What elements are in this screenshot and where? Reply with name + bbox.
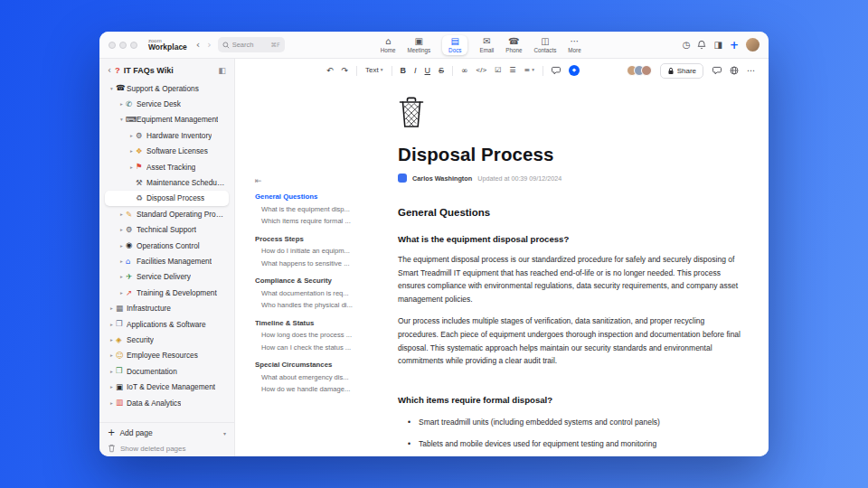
outline-entry[interactable]: Special Circumstances	[255, 359, 363, 371]
outline-entry[interactable]: How can I check the status ...	[255, 342, 363, 354]
redo-button[interactable]: ↷	[339, 65, 352, 77]
question-heading-1[interactable]: What is the equipment disposal process?	[398, 234, 745, 244]
bullet-item[interactable]: • Smart treadmill units (including embed…	[398, 417, 745, 428]
tree-chevron-icon[interactable]: ▸	[118, 243, 126, 249]
user-avatar[interactable]	[746, 38, 760, 52]
nav-tab[interactable]: ▤ Docs	[442, 35, 467, 55]
underline-button[interactable]: U	[422, 65, 434, 77]
minimize-window-button[interactable]	[119, 42, 127, 49]
nav-tab[interactable]: ✉ Email	[479, 37, 494, 53]
comments-panel-icon[interactable]	[710, 64, 724, 77]
tree-chevron-icon[interactable]: ▸	[108, 369, 116, 374]
add-page-button[interactable]: + Add page ▾	[108, 428, 226, 437]
tree-item[interactable]: ▸ ❒ Documentation	[105, 363, 229, 379]
tree-item[interactable]: ▸ ✆ Service Desk	[105, 96, 229, 111]
tree-chevron-icon[interactable]: ▸	[118, 290, 126, 296]
sidebar-collapse-icon[interactable]: ◧	[218, 66, 226, 75]
outline-entry[interactable]: General Questions	[255, 191, 363, 203]
outline-entry[interactable]: Process Steps	[255, 233, 363, 246]
outline-entry[interactable]: How long does the process ...	[255, 329, 363, 342]
add-page-options-icon[interactable]: ▾	[223, 430, 226, 436]
tree-chevron-icon[interactable]: ▸	[108, 400, 116, 406]
publish-web-icon[interactable]	[727, 64, 741, 77]
link-icon[interactable]: ∞	[458, 65, 471, 77]
search-input[interactable]: Search ⌘F	[218, 37, 285, 52]
tree-chevron-icon[interactable]: ▸	[127, 133, 136, 138]
tree-item[interactable]: ▸ ▥ Data & Analytics	[105, 395, 229, 410]
tree-item[interactable]: ⚒ Maintenance Schedules	[105, 174, 229, 190]
tree-chevron-icon[interactable]: ▾	[118, 117, 126, 122]
document-body[interactable]: Disposal Process Carlos Washington Updat…	[398, 82, 745, 456]
tree-item[interactable]: ▾ ☎ Support & Operations	[105, 80, 229, 96]
ai-companion-plus-icon[interactable]: +	[730, 40, 739, 51]
outline-entry[interactable]: Who handles the physical di...	[255, 299, 363, 312]
tree-item[interactable]: ▾ ⌨ Equipment Management	[105, 112, 229, 127]
strikethrough-button[interactable]: S	[436, 65, 447, 77]
tree-chevron-icon[interactable]: ▸	[127, 148, 136, 154]
tree-chevron-icon[interactable]: ▸	[127, 164, 136, 170]
outline-entry[interactable]: What about emergency dis...	[255, 371, 363, 384]
paragraph-1[interactable]: The equipment disposal process is our st…	[398, 253, 745, 305]
tree-chevron-icon[interactable]: ▸	[118, 101, 126, 107]
share-button[interactable]: Share	[660, 63, 703, 79]
fullscreen-window-button[interactable]	[130, 42, 137, 49]
tree-item[interactable]: ▸ ☺ Employee Resources	[105, 348, 229, 363]
tree-item[interactable]: ▸ ⚑ Asset Tracking	[105, 159, 229, 174]
tree-item[interactable]: ▸ ❐ Applications & Software	[105, 316, 229, 332]
nav-back-button[interactable]: ‹	[195, 40, 201, 50]
close-window-button[interactable]	[108, 42, 116, 49]
tree-chevron-icon[interactable]: ▸	[118, 258, 126, 264]
bullet-list-icon[interactable]: ☰	[506, 65, 518, 76]
tree-item[interactable]: ▸ ▣ IoT & Device Management	[105, 379, 229, 394]
code-icon[interactable]: </>	[474, 65, 490, 76]
show-deleted-pages-button[interactable]: Show deleted pages	[108, 444, 226, 453]
more-options-icon[interactable]: ⋯	[744, 65, 758, 77]
bullet-list[interactable]: • Smart treadmill units (including embed…	[398, 417, 745, 456]
tree-chevron-icon[interactable]: ▸	[108, 322, 116, 327]
tree-item[interactable]: ▸ ⚙ Hardware Inventory	[105, 127, 229, 143]
tree-item[interactable]: ▸ ✈ Service Delivery	[105, 269, 229, 285]
page-title[interactable]: Disposal Process	[398, 144, 745, 165]
outline-entry[interactable]: What documentation is req...	[255, 287, 363, 300]
tree-chevron-icon[interactable]: ▾	[108, 86, 116, 91]
outline-entry[interactable]: What is the equipment disp...	[255, 203, 363, 216]
document-scroll-area[interactable]: ⇤ General Questions What is the equipmen…	[235, 82, 769, 456]
question-heading-2[interactable]: Which items require formal disposal?	[398, 395, 745, 405]
comment-icon[interactable]	[549, 64, 563, 77]
checklist-icon[interactable]: ☑	[492, 65, 504, 76]
outline-entry[interactable]: How do I initiate an equipm...	[255, 245, 363, 258]
tree-item[interactable]: ▸ ❖ Software Licenses	[105, 144, 229, 159]
wiki-back-icon[interactable]: ‹	[108, 66, 111, 75]
text-style-dropdown[interactable]: Text ▾	[363, 65, 385, 76]
tree-chevron-icon[interactable]: ▸	[108, 305, 116, 311]
tree-item[interactable]: ▸ ◈ Security	[105, 332, 229, 347]
tree-item[interactable]: ♻ Disposal Process	[105, 191, 229, 206]
tree-item[interactable]: ▸ ✎ Standard Operating Procedures	[105, 206, 229, 221]
tree-item[interactable]: ▸ ◉ Operations Control	[105, 238, 229, 253]
history-icon[interactable]: ◷	[683, 41, 691, 50]
section-heading[interactable]: General Questions	[398, 207, 745, 218]
outline-entry[interactable]: Compliance & Security	[255, 275, 363, 287]
outline-entry[interactable]: Timeline & Status	[255, 317, 363, 330]
nav-forward-button[interactable]: ›	[206, 40, 212, 50]
collapse-outline-icon[interactable]: ⇤	[255, 176, 363, 185]
panel-toggle-icon[interactable]: ◨	[713, 41, 722, 50]
tree-item[interactable]: ▸ ↗ Training & Development	[105, 285, 229, 300]
tree-chevron-icon[interactable]: ▸	[108, 352, 116, 358]
tree-chevron-icon[interactable]: ▸	[108, 337, 116, 343]
paragraph-2[interactable]: Our process includes multiple stages of …	[398, 314, 745, 367]
align-dropdown[interactable]: ≡ ▾	[521, 65, 536, 76]
undo-button[interactable]: ↶	[324, 65, 336, 77]
collaborator-avatar[interactable]	[641, 65, 652, 76]
outline-entry[interactable]: What happens to sensitive ...	[255, 258, 363, 270]
tree-chevron-icon[interactable]: ▸	[118, 211, 126, 217]
nav-tab[interactable]: ▣ Meetings	[408, 37, 431, 53]
bold-button[interactable]: B	[398, 65, 410, 77]
outline-entry[interactable]: Which items require formal ...	[255, 215, 363, 228]
nav-tab[interactable]: ⋯ More	[568, 37, 580, 53]
nav-tab[interactable]: ◫ Contacts	[533, 37, 556, 53]
nav-tab[interactable]: ☎ Phone	[505, 37, 522, 53]
nav-tab[interactable]: ⌂ Home	[381, 37, 396, 53]
tree-chevron-icon[interactable]: ▸	[118, 274, 126, 279]
tree-chevron-icon[interactable]: ▸	[108, 384, 116, 389]
